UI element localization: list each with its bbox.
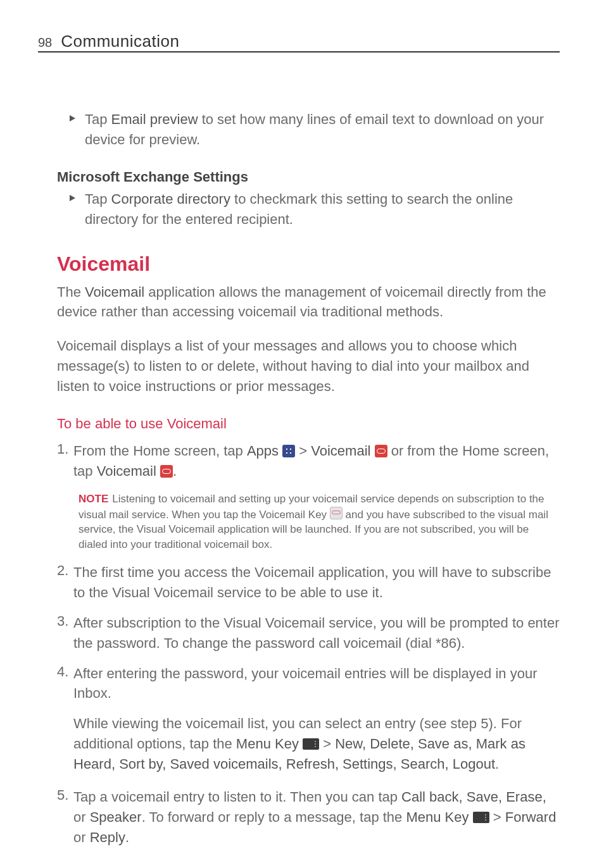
note: NOTEListening to voicemail and setting u… <box>79 492 560 552</box>
page-header: 98 Communication <box>38 32 560 53</box>
voicemail-icon <box>375 445 387 457</box>
paragraph: The Voicemail application allows the man… <box>57 282 560 323</box>
page: 98 Communication Tap Email preview to se… <box>0 0 604 868</box>
menu-key-icon <box>473 812 489 823</box>
step-5: 5. Tap a voicemail entry to listen to it… <box>57 787 560 848</box>
text: or <box>73 809 90 825</box>
bold-text: Voicemail <box>97 463 156 479</box>
bullet-text: Tap Corporate directory to checkmark thi… <box>85 189 560 230</box>
bold-text: Reply <box>90 829 125 845</box>
bold-text: Menu Key <box>406 809 469 825</box>
text: . To forward or reply to a message, tap … <box>142 809 406 825</box>
bold-text: Forward <box>505 809 557 825</box>
text: > <box>319 736 335 752</box>
text: . <box>125 829 129 845</box>
step-number: 4. <box>57 664 73 704</box>
step-1: 1. From the Home screen, tap Apps > Voic… <box>57 441 560 481</box>
svg-marker-1 <box>70 195 75 201</box>
text: The <box>57 284 85 300</box>
bold-text: Menu Key <box>236 736 299 752</box>
bold-text: Corporate directory <box>111 191 230 207</box>
bullet-text: Tap Email preview to set how many lines … <box>85 109 560 150</box>
step-number: 3. <box>57 613 73 654</box>
bold-text: Voicemail <box>311 443 370 459</box>
step-4-continued: While viewing the voicemail list, you ca… <box>73 714 560 774</box>
step-body: After subscription to the Visual Voicema… <box>73 613 560 654</box>
svg-marker-0 <box>70 115 75 121</box>
heading-voicemail: Voicemail <box>57 252 560 276</box>
text: Tap <box>85 111 111 127</box>
step-3: 3. After subscription to the Visual Voic… <box>57 613 560 654</box>
triangle-bullet-icon <box>70 195 80 201</box>
text: > <box>489 809 505 825</box>
bold-text: Apps <box>247 443 279 459</box>
header-title: Communication <box>61 32 179 51</box>
subheading-ms-exchange: Microsoft Exchange Settings <box>57 169 560 185</box>
step-number: 2. <box>57 562 73 603</box>
step-4: 4. After entering the password, your voi… <box>57 664 560 704</box>
step-number: 1. <box>57 441 73 481</box>
menu-key-icon <box>303 738 319 750</box>
step-body: Tap a voicemail entry to listen to it. T… <box>73 787 560 848</box>
step-number: 5. <box>57 787 73 848</box>
subheading-use-voicemail: To be able to use Voicemail <box>57 416 560 432</box>
step-2: 2. The first time you access the Voicema… <box>57 562 560 603</box>
text: From the Home screen, tap <box>73 443 247 459</box>
text: . <box>173 463 177 479</box>
voicemail-key-icon <box>330 507 343 519</box>
text: . <box>495 756 499 772</box>
bold-text: Email preview <box>111 111 198 127</box>
text: or <box>73 829 90 845</box>
text: Tap a voicemail entry to listen to it. T… <box>73 789 401 805</box>
paragraph: Voicemail displays a list of your messag… <box>57 336 560 397</box>
voicemail-icon <box>160 465 173 478</box>
bold-text: Voicemail <box>85 284 144 300</box>
text: Tap <box>85 191 111 207</box>
bold-text: Speaker <box>90 809 142 825</box>
triangle-bullet-icon <box>70 115 80 121</box>
step-body: After entering the password, your voicem… <box>73 664 560 704</box>
note-label: NOTE <box>79 493 108 505</box>
page-number: 98 <box>38 35 52 50</box>
step-body: From the Home screen, tap Apps > Voicema… <box>73 441 560 481</box>
bullet-email-preview: Tap Email preview to set how many lines … <box>70 109 560 150</box>
bold-text: Call back, Save, Erase, <box>401 789 546 805</box>
step-body: The first time you access the Voicemail … <box>73 562 560 603</box>
bullet-corporate-directory: Tap Corporate directory to checkmark thi… <box>70 189 560 230</box>
apps-icon <box>282 445 295 457</box>
text: > <box>295 443 311 459</box>
